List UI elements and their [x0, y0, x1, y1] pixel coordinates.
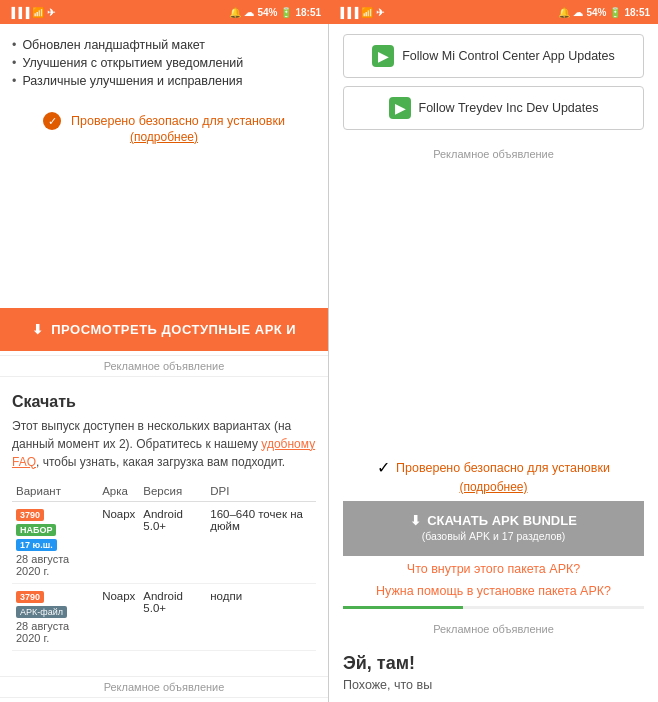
follow-mi-button[interactable]: ▶ Follow Mi Control Center App Updates [343, 34, 644, 78]
whats-inside-link[interactable]: Что внутри этого пакета АРК? [343, 556, 644, 578]
check-icon: ✓ [43, 112, 61, 130]
follow-mi-icon: ▶ [372, 45, 394, 67]
download-section: Скачать Этот выпуск доступен в нескольки… [0, 381, 328, 673]
variant-1-arch: Noарх [98, 501, 139, 583]
ad-label-bottom-left: Рекламное объявление [0, 676, 328, 698]
changelog-list: Обновлен ландшафтный макет Улучшения с о… [12, 36, 316, 90]
changelog-item-3: Различные улучшения и исправления [12, 72, 316, 90]
hey-section: Эй, там! Похоже, что вы [343, 645, 644, 692]
table-row[interactable]: 3790 НАБОР 17 ю.ш. 28 августа 2020 г. No… [12, 501, 316, 583]
variant-2-date: 28 августа 2020 г. [16, 620, 94, 644]
variant-2-num-tag: 3790 [16, 591, 44, 603]
notification-icon: 🔔 [229, 7, 241, 18]
ad-label-left: Рекламное объявление [0, 355, 328, 377]
time-right: 18:51 [624, 7, 650, 18]
table-row[interactable]: 3790 АРК-файл 28 августа 2020 г. Noарх A… [12, 583, 316, 650]
follow-treydev-label: Follow Treydev Inc Dev Updates [419, 101, 599, 115]
left-panel: Обновлен ландшафтный макет Улучшения с о… [0, 24, 329, 702]
right-status-right: 🔔 ☁ 54% 🔋 18:51 [558, 7, 650, 18]
left-status-bar: ▐▐▐ 📶 ✈ 🔔 ☁ 54% 🔋 18:51 [0, 0, 329, 24]
variant-1-version: Android 5.0+ [139, 501, 206, 583]
col-variant: Вариант [12, 481, 98, 502]
right-status-bar: ▐▐▐ 📶 ✈ 🔔 ☁ 54% 🔋 18:51 [329, 0, 658, 24]
download-icon: ⬇ [32, 322, 44, 337]
variant-1-date: 28 августа 2020 г. [16, 553, 94, 577]
download-bundle-label: СКАЧАТЬ APK BUNDLE [427, 513, 577, 528]
ad-label-right-bottom: Рекламное объявление [343, 619, 644, 639]
changelog-item-2: Улучшения с открытием уведомлений [12, 54, 316, 72]
verified-sub-link[interactable]: (подробнее) [130, 130, 198, 144]
variant-1-dpi: 160–640 точек на дюйм [206, 501, 316, 583]
progress-bar-wrap [343, 606, 644, 609]
col-arch: Арка [98, 481, 139, 502]
variant-2-apk-tag: АРК-файл [16, 606, 67, 618]
verified-text: Проверено безопасно для установки [71, 114, 285, 128]
variant-1-cell: 3790 НАБОР 17 ю.ш. 28 августа 2020 г. [12, 501, 98, 583]
variant-1-split-tag: 17 ю.ш. [16, 539, 57, 551]
hey-sub: Похоже, что вы [343, 678, 644, 692]
col-version: Версия [139, 481, 206, 502]
right-check-icon: ✓ [377, 458, 390, 477]
view-apk-button[interactable]: ⬇ ПРОСМОТРЕТЬ ДОСТУПНЫЕ АРК И [0, 308, 328, 351]
left-signal-icons: ▐▐▐ 📶 ✈ [8, 7, 55, 18]
right-content-area: ▶ Follow Mi Control Center App Updates ▶… [329, 24, 658, 702]
spacer [343, 170, 644, 448]
follow-treydev-button[interactable]: ▶ Follow Treydev Inc Dev Updates [343, 86, 644, 130]
left-content-area: Обновлен ландшафтный макет Улучшения с о… [0, 24, 328, 304]
right-signal-icon: ▐▐▐ [337, 7, 358, 18]
bt-icon: ✈ [47, 7, 55, 18]
battery-icon-left: 🔋 [280, 7, 292, 18]
right-battery-pct: 54% [586, 7, 606, 18]
download-desc: Этот выпуск доступен в нескольких вариан… [12, 417, 316, 471]
left-status-right: 🔔 ☁ 54% 🔋 18:51 [229, 7, 321, 18]
install-help-link[interactable]: Нужна помощь в установке пакета АРК? [343, 578, 644, 600]
right-signal-icons: ▐▐▐ 📶 ✈ [337, 7, 384, 18]
wifi-icon: 📶 [32, 7, 44, 18]
right-panel: ▶ Follow Mi Control Center App Updates ▶… [329, 24, 658, 702]
signal-icon: ▐▐▐ [8, 7, 29, 18]
right-wifi-icon: 📶 [361, 7, 373, 18]
variant-2-arch: Noарх [98, 583, 139, 650]
download-bundle-sublabel: (базовый APK и 17 разделов) [422, 530, 566, 552]
cloud-icon: ☁ [244, 7, 254, 18]
download-bundle-icon: ⬇ [410, 513, 421, 528]
variant-2-dpi: нодпи [206, 583, 316, 650]
right-verified-text: Проверено безопасно для установки [396, 461, 610, 475]
verified-section: ✓ Проверено безопасно для установки (под… [12, 102, 316, 154]
hey-title: Эй, там! [343, 653, 644, 674]
battery-pct-left: 54% [257, 7, 277, 18]
progress-bar-fill [343, 606, 463, 609]
right-notification-icon: 🔔 [558, 7, 570, 18]
download-title: Скачать [12, 393, 316, 411]
follow-treydev-icon: ▶ [389, 97, 411, 119]
right-cloud-icon: ☁ [573, 7, 583, 18]
gray-btn-row: ⬇ СКАЧАТЬ APK BUNDLE [410, 513, 577, 528]
right-verified-sub[interactable]: (подробнее) [459, 480, 527, 494]
variants-table: Вариант Арка Версия DPI 3790 НАБОР 17 ю.… [12, 481, 316, 651]
variant-1-bundle-tag: НАБОР [16, 524, 56, 536]
changelog-item-1: Обновлен ландшафтный макет [12, 36, 316, 54]
variant-2-version: Android 5.0+ [139, 583, 206, 650]
variant-1-num-tag: 3790 [16, 509, 44, 521]
col-dpi: DPI [206, 481, 316, 502]
right-battery-icon: 🔋 [609, 7, 621, 18]
right-bt-icon: ✈ [376, 7, 384, 18]
follow-mi-label: Follow Mi Control Center App Updates [402, 49, 615, 63]
download-bundle-button[interactable]: ⬇ СКАЧАТЬ APK BUNDLE (базовый APK и 17 р… [343, 501, 644, 556]
right-verified-section: ✓ Проверено безопасно для установки (под… [343, 448, 644, 501]
time-left: 18:51 [295, 7, 321, 18]
ad-label-right-top: Рекламное объявление [343, 144, 644, 164]
variant-2-cell: 3790 АРК-файл 28 августа 2020 г. [12, 583, 98, 650]
